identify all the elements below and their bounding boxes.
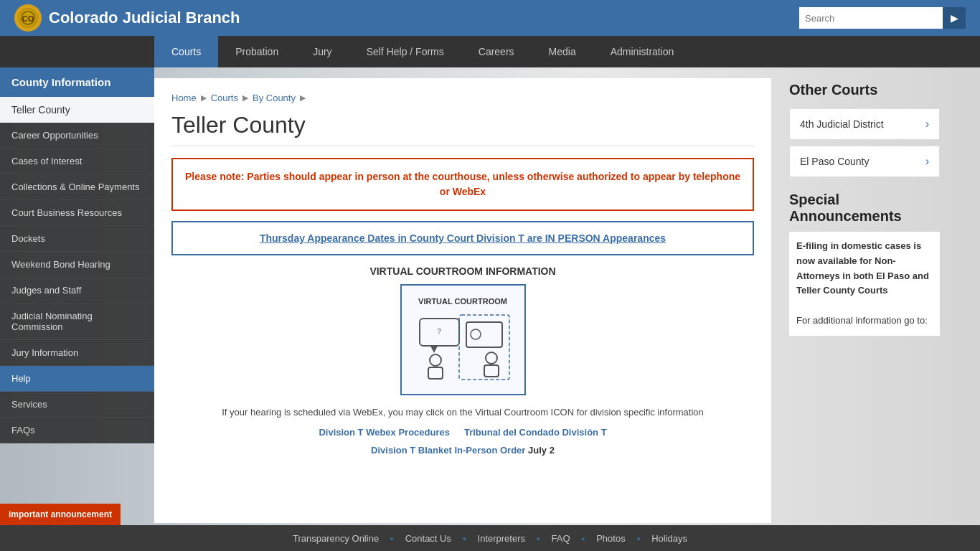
announcement-text: E-filing in domestic cases is now availa… xyxy=(789,232,940,336)
virtual-section: VIRTUAL COURTROOM INFORMATION VIRTUAL CO… xyxy=(171,265,754,395)
footer-bar: Transparency Online • Contact Us • Inter… xyxy=(0,525,980,551)
sidebar-item-jury[interactable]: Jury Information xyxy=(0,340,154,366)
footer-dot-3: • xyxy=(537,533,540,544)
division-blanket-link: Division T Blanket In-Person Order July … xyxy=(171,445,754,456)
special-announcements-title: Special Announcements xyxy=(789,192,940,225)
breadcrumb-courts[interactable]: Courts xyxy=(211,93,238,103)
nav-courts[interactable]: Courts xyxy=(154,36,218,67)
sidebar-item-career[interactable]: Career Opportunities xyxy=(0,123,154,149)
sidebar-teller-county[interactable]: Teller County xyxy=(0,97,154,123)
breadcrumb-sep2: ▶ xyxy=(242,93,248,103)
sidebar-item-help[interactable]: Help xyxy=(0,366,154,392)
svg-point-6 xyxy=(430,354,441,366)
svg-rect-7 xyxy=(428,367,443,379)
webex-links-row: Division T Webex Procedures Tribunal del… xyxy=(171,427,754,438)
search-button[interactable]: ▶ xyxy=(943,7,966,29)
division-date: July 2 xyxy=(528,445,555,456)
nav-administration[interactable]: Administration xyxy=(593,36,692,67)
sidebar-item-weekend-bond[interactable]: Weekend Bond Hearing xyxy=(0,252,154,278)
court-link-4th-label: 4th Judicial District xyxy=(800,118,884,130)
svg-marker-5 xyxy=(430,346,438,353)
important-announcement-badge[interactable]: important announcement xyxy=(0,504,121,525)
svg-point-9 xyxy=(471,329,481,339)
main-content: Home ▶ Courts ▶ By County ▶ Teller Count… xyxy=(154,78,771,523)
nav-selfhelp[interactable]: Self Help / Forms xyxy=(349,36,461,67)
footer-transparency[interactable]: Transparency Online xyxy=(293,533,379,544)
footer-dot-5: • xyxy=(637,533,641,544)
main-nav: Courts Probation Jury Self Help / Forms … xyxy=(0,36,980,67)
sidebar-item-court-business[interactable]: Court Business Resources xyxy=(0,200,154,226)
sidebar-item-dockets[interactable]: Dockets xyxy=(0,226,154,252)
footer-dot-1: • xyxy=(390,533,394,544)
division-t-webex-link[interactable]: Division T Webex Procedures xyxy=(319,427,450,438)
announcement-body: For additional information go to: xyxy=(796,315,928,326)
virtual-title: VIRTUAL COURTROOM INFORMATION xyxy=(171,265,754,277)
sidebar-header: County Information xyxy=(0,67,154,97)
svg-rect-11 xyxy=(484,365,499,377)
virtual-courtroom-svg: ? xyxy=(413,311,513,383)
svg-point-10 xyxy=(486,352,497,364)
site-title: Colorado Judicial Branch xyxy=(49,9,240,27)
search-area: ▶ xyxy=(799,7,966,29)
sidebar-item-judicial-nominating[interactable]: Judicial Nominating Commission xyxy=(0,303,154,340)
footer-interpreters[interactable]: Interpreters xyxy=(478,533,525,544)
svg-text:?: ? xyxy=(437,328,441,336)
sidebar-item-faqs[interactable]: FAQs xyxy=(0,418,154,443)
page-title: Teller County xyxy=(171,112,754,146)
court-link-el-paso-label: El Paso County xyxy=(800,156,870,167)
footer-faq[interactable]: FAQ xyxy=(552,533,570,544)
nav-media[interactable]: Media xyxy=(532,36,593,67)
virtual-courtroom-icon[interactable]: VIRTUAL COURTROOM ? xyxy=(400,284,526,395)
nav-careers[interactable]: Careers xyxy=(461,36,532,67)
breadcrumb: Home ▶ Courts ▶ By County ▶ xyxy=(171,93,754,103)
nav-jury[interactable]: Jury xyxy=(296,36,349,67)
sidebar-item-collections[interactable]: Collections & Online Payments xyxy=(0,174,154,200)
division-blanket-anchor[interactable]: Division T Blanket In-Person Order xyxy=(371,445,525,456)
footer-photos[interactable]: Photos xyxy=(596,533,625,544)
caption-text: If your hearing is scheduled via WebEx, … xyxy=(171,405,754,420)
sidebar-item-cases[interactable]: Cases of Interest xyxy=(0,149,154,174)
other-courts-title: Other Courts xyxy=(789,82,940,98)
footer-dot-4: • xyxy=(582,533,585,544)
court-link-el-paso[interactable]: El Paso County › xyxy=(789,146,940,177)
breadcrumb-sep3: ▶ xyxy=(300,93,306,103)
footer-holidays[interactable]: Holidays xyxy=(651,533,687,544)
search-input[interactable] xyxy=(799,7,943,29)
footer-contact[interactable]: Contact Us xyxy=(405,533,451,544)
footer-dot-2: • xyxy=(463,533,466,544)
right-sidebar: Other Courts 4th Judicial District › El … xyxy=(782,67,947,534)
chevron-right-icon: › xyxy=(925,118,929,131)
svg-text:CO: CO xyxy=(22,14,34,23)
top-header: CO Colorado Judicial Branch ▶ xyxy=(0,0,980,36)
in-person-link[interactable]: Thursday Appearance Dates in County Cour… xyxy=(260,232,666,244)
content-wrapper: County Information Teller County Career … xyxy=(0,67,980,534)
logo-area: CO Colorado Judicial Branch xyxy=(14,4,240,32)
court-link-4th-judicial[interactable]: 4th Judicial District › xyxy=(789,108,940,140)
breadcrumb-by-county[interactable]: By County xyxy=(253,93,296,103)
svg-rect-8 xyxy=(466,322,502,347)
sidebar: County Information Teller County Career … xyxy=(0,67,154,534)
tribunal-link[interactable]: Tribunal del Condado División T xyxy=(464,427,607,438)
chevron-right-icon-2: › xyxy=(925,155,929,168)
announcement-strong: E-filing in domestic cases is now availa… xyxy=(796,240,929,296)
breadcrumb-home[interactable]: Home xyxy=(171,93,197,103)
virtual-icon-label: VIRTUAL COURTROOM xyxy=(418,297,507,306)
breadcrumb-sep1: ▶ xyxy=(201,93,207,103)
sidebar-item-judges[interactable]: Judges and Staff xyxy=(0,278,154,303)
nav-probation[interactable]: Probation xyxy=(218,36,296,67)
notice-box: Please note: Parties should appear in pe… xyxy=(171,158,754,211)
logo-icon: CO xyxy=(14,4,42,32)
sidebar-item-services[interactable]: Services xyxy=(0,392,154,418)
link-box: Thursday Appearance Dates in County Cour… xyxy=(171,221,754,255)
